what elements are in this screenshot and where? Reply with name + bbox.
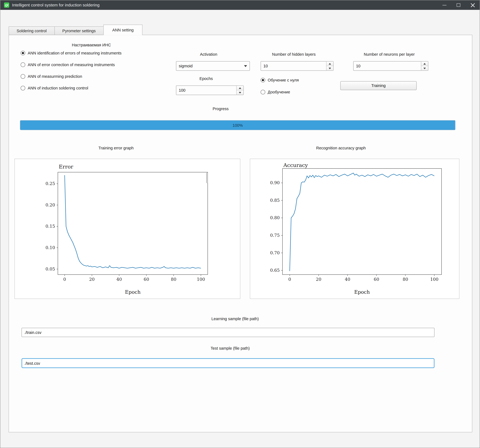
radio-ann-soldering-control[interactable]: ANN of induction soldering control bbox=[21, 85, 88, 91]
progress-value: 100% bbox=[20, 121, 455, 130]
svg-text:0.65: 0.65 bbox=[270, 268, 280, 273]
activation-select[interactable]: sigmoid bbox=[176, 61, 250, 71]
close-icon bbox=[470, 3, 475, 7]
spinner-arrows bbox=[236, 86, 243, 95]
epochs-value: 100 bbox=[176, 86, 236, 95]
training-error-graph-label: Training error graph bbox=[99, 146, 134, 151]
svg-text:80: 80 bbox=[402, 277, 408, 282]
neurons-spinbox[interactable]: 10 bbox=[353, 61, 428, 71]
svg-text:Epoch: Epoch bbox=[125, 289, 141, 295]
radio-indicator bbox=[21, 74, 25, 79]
spinner-arrows bbox=[421, 62, 428, 70]
spin-up-button[interactable] bbox=[421, 62, 428, 66]
radio-label: ANN identification of errors of measurin… bbox=[28, 51, 122, 55]
svg-text:Epoch: Epoch bbox=[354, 289, 370, 295]
training-button[interactable]: Training bbox=[340, 81, 416, 90]
svg-text:60: 60 bbox=[374, 277, 379, 282]
svg-text:20: 20 bbox=[89, 277, 95, 282]
ann-group-label: Настраиваемая ИНС bbox=[72, 43, 111, 48]
svg-text:Accuracy: Accuracy bbox=[283, 162, 308, 168]
radio-label: Обучение с нуля bbox=[268, 78, 299, 82]
svg-text:0.20: 0.20 bbox=[45, 202, 55, 207]
tab-bar: Soldering control Pyrometer settings ANN… bbox=[9, 25, 142, 35]
radio-ann-error-correction[interactable]: ANN of error correction of measuring ins… bbox=[21, 62, 115, 68]
radio-indicator bbox=[21, 62, 25, 67]
chevron-down-icon bbox=[242, 62, 250, 70]
svg-text:60: 60 bbox=[144, 277, 149, 282]
svg-text:0.70: 0.70 bbox=[270, 250, 280, 255]
radio-indicator bbox=[21, 86, 25, 90]
tab-pyrometer-settings[interactable]: Pyrometer settings bbox=[54, 27, 104, 35]
hidden-layers-label: Number of hidden layers bbox=[272, 52, 316, 57]
radio-indicator bbox=[261, 78, 265, 82]
radio-indicator bbox=[21, 51, 25, 55]
tab-label: Pyrometer settings bbox=[62, 28, 96, 33]
svg-text:40: 40 bbox=[345, 277, 350, 282]
svg-text:0.05: 0.05 bbox=[45, 267, 55, 271]
svg-text:20: 20 bbox=[316, 277, 321, 282]
radio-indicator bbox=[261, 90, 265, 94]
spinner-arrows bbox=[326, 62, 333, 70]
window-title: Intelligent control system for induction… bbox=[12, 3, 99, 7]
radio-fine-tune[interactable]: Дообучение bbox=[261, 89, 290, 95]
minimize-button[interactable] bbox=[437, 0, 451, 10]
titlebar: Qt Intelligent control system for induct… bbox=[0, 0, 480, 10]
svg-text:80: 80 bbox=[171, 277, 176, 282]
svg-text:100: 100 bbox=[197, 277, 205, 282]
activation-label: Activation bbox=[200, 52, 217, 57]
recognition-accuracy-graph-label: Recognition accuracy graph bbox=[316, 146, 366, 151]
hidden-layers-spinbox[interactable]: 10 bbox=[261, 61, 333, 71]
test-sample-label: Test sample (file path) bbox=[211, 346, 250, 351]
svg-text:Error: Error bbox=[59, 164, 73, 170]
learning-sample-input[interactable] bbox=[21, 328, 434, 337]
app-window: Qt Intelligent control system for induct… bbox=[0, 0, 480, 448]
svg-text:0.10: 0.10 bbox=[45, 245, 55, 250]
hidden-layers-value: 10 bbox=[261, 62, 326, 70]
spin-up-button[interactable] bbox=[326, 62, 333, 66]
spin-down-button[interactable] bbox=[326, 66, 333, 70]
tab-label: Soldering control bbox=[17, 28, 47, 33]
tab-ann-setting[interactable]: ANN setting bbox=[103, 25, 143, 35]
radio-train-from-scratch[interactable]: Обучение с нуля bbox=[261, 77, 299, 83]
screenshot-viewport: Qt Intelligent control system for induct… bbox=[0, 0, 480, 448]
test-sample-input[interactable] bbox=[21, 358, 434, 368]
tab-label: ANN setting bbox=[112, 28, 134, 32]
svg-text:0: 0 bbox=[288, 277, 291, 282]
spin-down-button[interactable] bbox=[421, 66, 428, 70]
learning-sample-label: Learning sample (file path) bbox=[211, 317, 259, 321]
radio-label: ANN of induction soldering control bbox=[28, 86, 88, 90]
radio-label: ANN of measurming prediction bbox=[28, 74, 82, 79]
maximize-icon bbox=[457, 3, 460, 7]
radio-label: ANN of error correction of measuring ins… bbox=[28, 62, 115, 67]
chart-scrollbar[interactable] bbox=[206, 172, 208, 183]
minimize-icon bbox=[442, 5, 446, 5]
radio-label: Дообучение bbox=[268, 90, 290, 94]
svg-text:0.75: 0.75 bbox=[270, 233, 280, 238]
svg-text:0.85: 0.85 bbox=[270, 198, 280, 203]
neurons-label: Number of neurons per layer bbox=[364, 52, 415, 57]
radio-ann-identification[interactable]: ANN identification of errors of measurin… bbox=[21, 50, 121, 56]
progress-label: Progress bbox=[213, 106, 229, 111]
svg-text:0.25: 0.25 bbox=[45, 181, 55, 186]
close-button[interactable] bbox=[466, 0, 480, 10]
maximize-button[interactable] bbox=[452, 0, 466, 10]
svg-text:100: 100 bbox=[430, 277, 438, 282]
ann-setting-pane: Настраиваемая ИНС ANN identification of … bbox=[9, 35, 472, 432]
svg-text:0.15: 0.15 bbox=[45, 224, 55, 229]
recognition-accuracy-chart: 0.650.700.750.800.850.90020406080100Accu… bbox=[250, 159, 459, 299]
epochs-spinbox[interactable]: 100 bbox=[176, 85, 244, 95]
svg-text:0: 0 bbox=[63, 277, 66, 282]
spin-up-button[interactable] bbox=[237, 86, 243, 90]
svg-text:40: 40 bbox=[116, 277, 122, 282]
spin-down-button[interactable] bbox=[237, 90, 243, 95]
progress-bar: 100% bbox=[20, 120, 455, 130]
radio-ann-measuring-prediction[interactable]: ANN of measurming prediction bbox=[21, 73, 82, 79]
svg-text:0.90: 0.90 bbox=[270, 180, 280, 185]
svg-text:0.80: 0.80 bbox=[270, 215, 280, 220]
epochs-label: Epochs bbox=[199, 76, 213, 81]
tab-soldering-control[interactable]: Soldering control bbox=[9, 27, 55, 35]
qt-logo-icon: Qt bbox=[4, 2, 9, 8]
neurons-value: 10 bbox=[353, 62, 421, 70]
window-controls bbox=[437, 0, 480, 10]
activation-value: sigmoid bbox=[176, 62, 241, 70]
